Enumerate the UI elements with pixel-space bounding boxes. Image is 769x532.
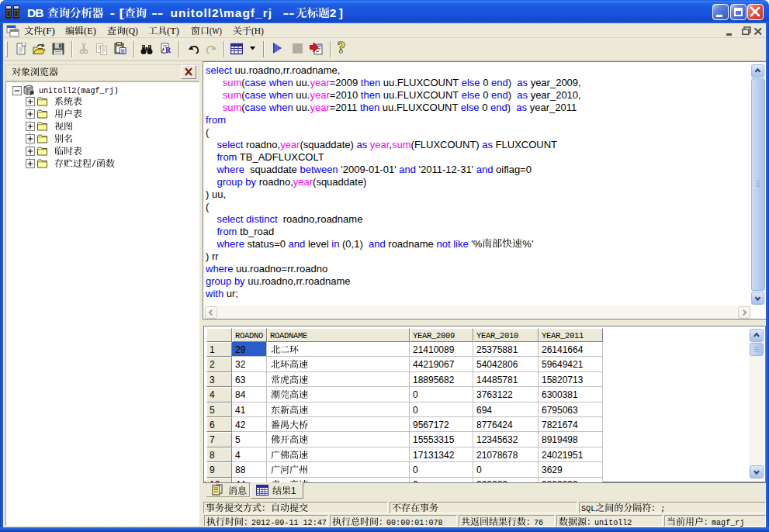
svg-text:?: ?	[338, 40, 346, 56]
svg-text:R: R	[165, 46, 171, 54]
